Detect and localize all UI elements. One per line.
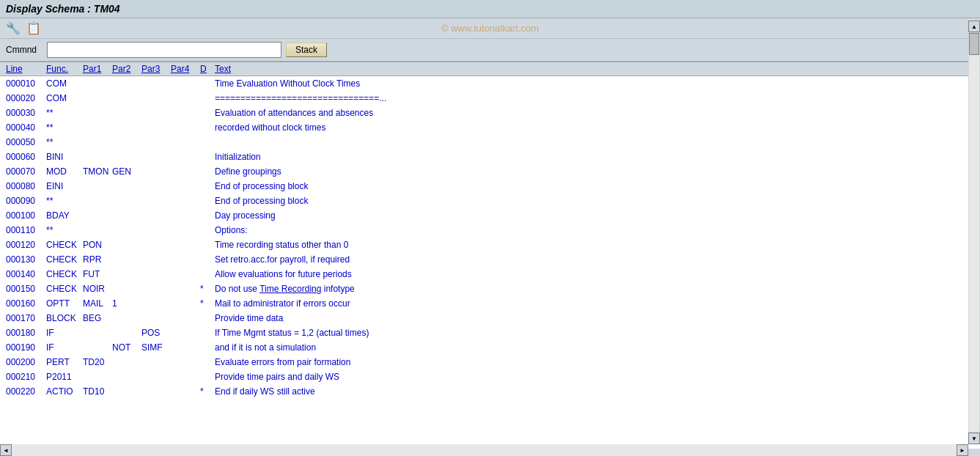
cell-func: EINI (46, 180, 83, 193)
cell-par4 (171, 297, 200, 310)
scroll-left-button[interactable]: ◄ (0, 444, 12, 456)
table-row[interactable]: 000220 ACTIO TD10 * End if daily WS stil… (0, 384, 980, 399)
table-row[interactable]: 000100 BDAY Day processing (0, 208, 980, 223)
table-row[interactable]: 000030 ** Evaluation of attendances and … (0, 106, 980, 120)
cell-d: * (200, 385, 215, 398)
header-par4[interactable]: Par4 (171, 64, 200, 74)
header-text[interactable]: Text (215, 64, 974, 74)
cell-line: 000030 (6, 106, 46, 119)
scroll-down-button[interactable]: ▼ (968, 433, 980, 444)
cell-par3 (141, 385, 171, 398)
header-line[interactable]: Line (6, 64, 46, 74)
table-row[interactable]: 000130 CHECK RPR Set retro.acc.for payro… (0, 252, 980, 267)
scroll-up-button[interactable]: ▲ (968, 21, 980, 32)
table-row[interactable]: 000070 MOD TMON GEN Define groupings (0, 164, 980, 179)
cell-func: BDAY (46, 209, 83, 222)
cell-text: Provide time data (215, 312, 974, 325)
cell-par3 (141, 180, 171, 193)
cell-text: Evaluate errors from pair formation (215, 356, 974, 369)
cell-d (200, 341, 215, 354)
cell-par4 (171, 341, 200, 354)
tool-icon-2[interactable]: 📋 (26, 21, 41, 35)
cell-d (200, 312, 215, 325)
command-bar: Cmmnd Stack (0, 39, 980, 62)
cell-par3 (141, 136, 171, 149)
table-row[interactable]: 000200 PERT TD20 Evaluate errors from pa… (0, 355, 980, 369)
cell-d (200, 121, 215, 134)
stack-button[interactable]: Stack (286, 43, 327, 57)
cell-par4 (171, 92, 200, 105)
table-row[interactable]: 000040 ** recorded without clock times (0, 120, 980, 135)
cell-text: End of processing block (215, 194, 974, 207)
cell-func: OPTT (46, 297, 83, 310)
table-row[interactable]: 000160 OPTT MAIL 1 * Mail to administrat… (0, 296, 980, 311)
cell-text: recorded without clock times (215, 121, 974, 134)
table-row[interactable]: 000190 IF NOT SIMF and if it is not a si… (0, 340, 980, 355)
cell-text: End if daily WS still active (215, 385, 974, 398)
header-d[interactable]: D (200, 64, 215, 74)
table-row[interactable]: 000210 P2011 Provide time pairs and dail… (0, 369, 980, 384)
tool-icon-1[interactable]: 🔧 (6, 21, 21, 35)
bottom-scrollbar[interactable]: ◄ ► (0, 444, 968, 456)
cell-line: 000210 (6, 370, 46, 383)
scroll-thumb[interactable] (969, 33, 979, 55)
cell-par3 (141, 268, 171, 281)
table-row[interactable]: 000150 CHECK NOIR * Do not use Time Reco… (0, 282, 980, 296)
cell-d (200, 92, 215, 105)
cell-line: 000060 (6, 150, 46, 163)
cell-text: Provide time pairs and daily WS (215, 370, 974, 383)
table-row[interactable]: 000080 EINI End of processing block (0, 179, 980, 194)
header-par1[interactable]: Par1 (83, 64, 112, 74)
cell-text: Time Evaluation Without Clock Times (215, 77, 974, 90)
cell-func: P2011 (46, 370, 83, 383)
cell-func: ** (46, 121, 83, 134)
cell-par4 (171, 180, 200, 193)
table-row[interactable]: 000140 CHECK FUT Allow evaluations for f… (0, 267, 980, 282)
cell-par3 (141, 77, 171, 90)
table-row[interactable]: 000010 COM Time Evaluation Without Clock… (0, 76, 980, 91)
right-scrollbar[interactable]: ▲ ▼ (968, 21, 980, 444)
cell-line: 000170 (6, 312, 46, 325)
table-area[interactable]: 000010 COM Time Evaluation Without Clock… (0, 76, 980, 449)
table-row[interactable]: 000120 CHECK PON Time recording status o… (0, 238, 980, 252)
header-par2[interactable]: Par2 (112, 64, 141, 74)
cell-func: IF (46, 341, 83, 354)
cell-par4 (171, 106, 200, 119)
cell-d (200, 356, 215, 369)
cell-par3 (141, 194, 171, 207)
cell-func: ** (46, 106, 83, 119)
bottom-scroll-track[interactable] (12, 444, 957, 456)
cell-func: ** (46, 224, 83, 237)
table-row[interactable]: 000170 BLOCK BEG Provide time data (0, 311, 980, 326)
title-text: Display Schema : TM04 (6, 3, 120, 15)
cell-par4 (171, 238, 200, 251)
cell-par3 (141, 312, 171, 325)
header-par3[interactable]: Par3 (141, 64, 171, 74)
command-label: Cmmnd (6, 45, 43, 55)
table-row[interactable]: 000020 COM =============================… (0, 91, 980, 106)
cell-par3 (141, 356, 171, 369)
cell-par1 (83, 326, 112, 339)
cell-par4 (171, 194, 200, 207)
table-row[interactable]: 000090 ** End of processing block (0, 194, 980, 208)
table-row[interactable]: 000180 IF POS If Time Mgmt status = 1,2 … (0, 326, 980, 340)
scroll-right-button[interactable]: ► (957, 444, 968, 456)
table-row[interactable]: 000050 ** (0, 135, 980, 150)
cell-par2 (112, 326, 141, 339)
header-func[interactable]: Func. (46, 64, 83, 74)
cell-text: Evaluation of attendances and absences (215, 106, 974, 119)
scroll-track[interactable] (969, 33, 979, 432)
cell-par3 (141, 297, 171, 310)
cell-par2: 1 (112, 297, 141, 310)
cell-d (200, 194, 215, 207)
cell-d (200, 77, 215, 90)
cell-par1: PON (83, 238, 112, 251)
command-input[interactable] (47, 42, 281, 58)
cell-par2 (112, 253, 141, 266)
table-row[interactable]: 000060 BINI Initialization (0, 150, 980, 164)
cell-line: 000180 (6, 326, 46, 339)
cell-func: BLOCK (46, 312, 83, 325)
table-row[interactable]: 000110 ** Options: (0, 223, 980, 238)
cell-par1: TD20 (83, 356, 112, 369)
cell-par1 (83, 209, 112, 222)
